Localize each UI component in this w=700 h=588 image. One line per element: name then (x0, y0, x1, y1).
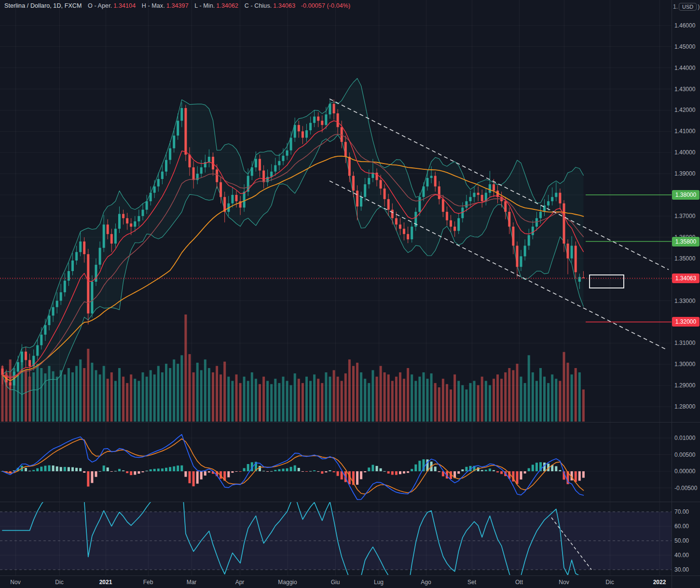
price-axis-border (672, 0, 672, 588)
time-tick-label: 2021 (99, 579, 112, 586)
macd-tick-label: -0.00500 (674, 485, 697, 492)
rsi-tick-label: 40.00 (674, 552, 689, 559)
chart-root: 1.380001.358001.340631.320001.460001.450… (0, 0, 700, 588)
price-level-badge[interactable]: 1.38000 (672, 190, 700, 200)
time-tick-label: Giu (331, 579, 340, 586)
time-tick-label: Maggio (278, 579, 297, 586)
price-tick-label: 1.31000 (674, 340, 695, 346)
rsi-tick-label: 60.00 (674, 523, 689, 530)
time-tick-label: Dic (605, 579, 614, 586)
time-tick-label: Nov (559, 579, 569, 586)
current-price-badge[interactable]: 1.34063 (672, 273, 700, 283)
symbol-legend: Sterlina / Dollaro, 1D, FXCM O - Aper.1.… (4, 2, 350, 9)
close-value: 1.34063 (273, 2, 295, 9)
price-axis-unit: 1. USD ) (673, 3, 700, 11)
rsi-tick-label: 70.00 (674, 508, 689, 515)
price-tick-label: 1.35000 (674, 255, 695, 262)
open-label: O - Aper. (88, 2, 112, 9)
high-value: 1.34397 (166, 2, 189, 9)
time-axis-border (0, 575, 700, 576)
panel-divider[interactable] (0, 502, 700, 502)
low-value: 1.34062 (216, 2, 238, 9)
time-tick-label: Set (467, 579, 476, 586)
price-tick-label: 1.30000 (674, 361, 695, 368)
measurement-box[interactable] (590, 275, 624, 288)
trendline[interactable] (329, 181, 668, 350)
bollinger-fill (2, 79, 583, 395)
price-tick-label: 1.44000 (674, 65, 695, 71)
price-tick-label: 1.37000 (674, 213, 695, 219)
time-tick-label: Ott (515, 579, 523, 586)
time-tick-label: Lug (374, 579, 384, 586)
price-tick-label: 1.28000 (674, 403, 695, 410)
high-label: H - Max. (142, 2, 165, 9)
price-level-badge[interactable]: 1.35800 (672, 237, 700, 246)
time-tick-label: Ago (421, 579, 431, 586)
change-value: -0.00057 (-0.04%) (301, 2, 350, 9)
price-tick-label: 1.29000 (674, 382, 695, 389)
price-tick-label: 1.46000 (674, 22, 695, 29)
open-value: 1.34104 (113, 2, 136, 9)
time-tick-label: Dic (55, 579, 63, 586)
macd-histogram (1, 459, 585, 487)
unit-prefix: 1. (673, 3, 678, 10)
price-tick-label: 1.39000 (674, 170, 695, 177)
time-tick-label: Apr (235, 579, 245, 586)
symbol-title[interactable]: Sterlina / Dollaro, 1D, FXCM (4, 2, 82, 9)
macd-tick-label: 0.00000 (674, 468, 695, 475)
macd-pane[interactable] (1, 435, 585, 500)
time-tick-label: 2022 (653, 579, 666, 586)
price-tick-label: 1.43000 (674, 86, 695, 93)
time-tick-label: Mar (187, 579, 197, 586)
axis-currency-button[interactable]: USD (679, 3, 697, 11)
macd-tick-label: 0.00500 (674, 451, 695, 458)
panel-divider[interactable] (0, 422, 700, 423)
rsi-tick-label: 50.00 (674, 537, 689, 544)
rsi-tick-label: 30.00 (674, 566, 689, 573)
time-tick-label: Feb (143, 579, 153, 586)
macd-tick-label: 0.01000 (674, 435, 695, 441)
volume-bars (1, 315, 585, 422)
close-label: C - Chius. (245, 2, 272, 9)
price-tick-label: 1.40000 (674, 149, 695, 156)
price-pane[interactable] (1, 79, 585, 422)
price-tick-label: 1.33000 (674, 298, 695, 304)
time-tick-label: Nov (10, 579, 20, 586)
price-tick-label: 1.41000 (674, 128, 695, 135)
price-level-badge[interactable]: 1.32000 (672, 317, 700, 327)
price-tick-label: 1.42000 (674, 107, 695, 113)
low-label: L - Min. (194, 2, 215, 9)
price-chart-canvas[interactable] (0, 0, 700, 588)
price-tick-label: 1.45000 (674, 43, 695, 50)
unit-suffix: ) (698, 3, 700, 10)
